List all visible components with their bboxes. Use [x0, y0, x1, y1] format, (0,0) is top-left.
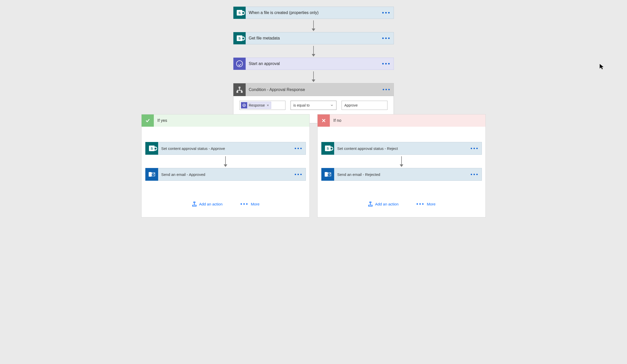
- condition-value-label: Approve: [344, 103, 358, 107]
- arrow-down-icon: [313, 20, 314, 31]
- svg-text:o: o: [325, 173, 327, 176]
- ellipsis-icon[interactable]: [292, 172, 306, 177]
- mouse-cursor-icon: [599, 64, 604, 71]
- check-icon: [142, 114, 154, 127]
- outlook-icon: o: [321, 168, 334, 181]
- condition-title: Condition - Approval Response: [246, 87, 380, 92]
- branch-if-yes: If yes S Set content approval status - A…: [141, 114, 310, 217]
- branch-yes-title: If yes: [154, 118, 167, 123]
- step-approval-label: Start an approval: [246, 61, 379, 66]
- condition-value-input[interactable]: Approve: [342, 101, 387, 110]
- branch-no-title: If no: [330, 118, 341, 123]
- ellipsis-icon[interactable]: •••: [380, 87, 394, 93]
- step-trigger[interactable]: S When a file is created (properties onl…: [233, 7, 394, 19]
- dynamic-content-token[interactable]: Response ×: [241, 102, 271, 109]
- ellipsis-icon[interactable]: [292, 146, 306, 151]
- sharepoint-icon: S: [321, 142, 334, 155]
- card-email-approved[interactable]: o Send an email - Approved: [145, 168, 306, 181]
- arrow-down-icon: [225, 156, 226, 166]
- outlook-icon: o: [145, 168, 158, 181]
- condition-branches: If yes S Set content approval status - A…: [141, 114, 486, 217]
- card-set-approve[interactable]: S Set content approval status - Approve: [145, 142, 306, 155]
- add-action-button[interactable]: Add an action: [192, 201, 223, 207]
- card-label: Send an email - Approved: [158, 172, 292, 177]
- more-label: More: [427, 202, 435, 206]
- card-email-rejected[interactable]: o Send an email - Rejected: [321, 168, 482, 181]
- ellipsis-icon[interactable]: [468, 146, 482, 151]
- condition-body: Response × is equal to Approve: [233, 96, 394, 115]
- branch-no-header[interactable]: If no: [318, 114, 485, 127]
- step-trigger-label: When a file is created (properties only): [246, 10, 379, 15]
- condition-left-operand[interactable]: Response ×: [240, 101, 285, 110]
- card-label: Set content approval status - Reject: [334, 146, 468, 151]
- remove-token-icon[interactable]: ×: [267, 103, 269, 107]
- approval-icon: [241, 102, 247, 108]
- operator-label: is equal to: [293, 103, 310, 107]
- chevron-down-icon: [330, 103, 334, 107]
- ellipsis-icon: [416, 201, 425, 207]
- add-action-label: Add an action: [375, 202, 399, 206]
- ellipsis-icon: [240, 201, 249, 207]
- close-icon: [318, 114, 330, 127]
- arrow-down-icon: [313, 46, 314, 56]
- svg-rect-13: [368, 205, 372, 206]
- ellipsis-icon[interactable]: [379, 60, 394, 67]
- card-label: Set content approval status - Approve: [158, 146, 292, 151]
- flow-center-column: S When a file is created (properties onl…: [233, 7, 394, 123]
- arrow-down-icon: [313, 71, 314, 82]
- condition-icon: [233, 83, 246, 96]
- condition-operator-select[interactable]: is equal to: [291, 101, 336, 110]
- sharepoint-icon: S: [233, 7, 246, 19]
- step-start-approval[interactable]: Start an approval: [233, 58, 394, 70]
- step-get-metadata[interactable]: S Get file metadata: [233, 32, 394, 44]
- card-set-reject[interactable]: S Set content approval status - Reject: [321, 142, 482, 155]
- svg-rect-12: [370, 202, 371, 203]
- branch-yes-header[interactable]: If yes: [142, 114, 309, 127]
- svg-rect-0: [239, 87, 240, 88]
- add-step-icon: [192, 201, 197, 207]
- add-step-icon: [368, 201, 373, 207]
- card-label: Send an email - Rejected: [334, 172, 468, 177]
- more-button[interactable]: More: [240, 201, 259, 207]
- svg-rect-7: [194, 202, 195, 203]
- more-label: More: [251, 202, 259, 206]
- ellipsis-icon[interactable]: [379, 35, 394, 42]
- sharepoint-icon: S: [233, 32, 246, 44]
- branch-if-no: If no S Set content approval status - Re…: [317, 114, 486, 217]
- svg-rect-8: [192, 205, 196, 206]
- add-action-button[interactable]: Add an action: [368, 201, 399, 207]
- step-metadata-label: Get file metadata: [246, 36, 379, 41]
- ellipsis-icon[interactable]: [379, 9, 394, 16]
- svg-rect-2: [241, 91, 242, 92]
- more-button[interactable]: More: [416, 201, 435, 207]
- ellipsis-icon[interactable]: [468, 172, 482, 177]
- svg-text:o: o: [149, 173, 151, 176]
- approval-icon: [233, 58, 246, 70]
- arrow-down-icon: [401, 156, 402, 166]
- svg-rect-1: [237, 91, 238, 92]
- sharepoint-icon: S: [145, 142, 158, 155]
- add-action-label: Add an action: [199, 202, 223, 206]
- condition-header[interactable]: Condition - Approval Response •••: [233, 83, 394, 96]
- token-label: Response: [249, 103, 265, 107]
